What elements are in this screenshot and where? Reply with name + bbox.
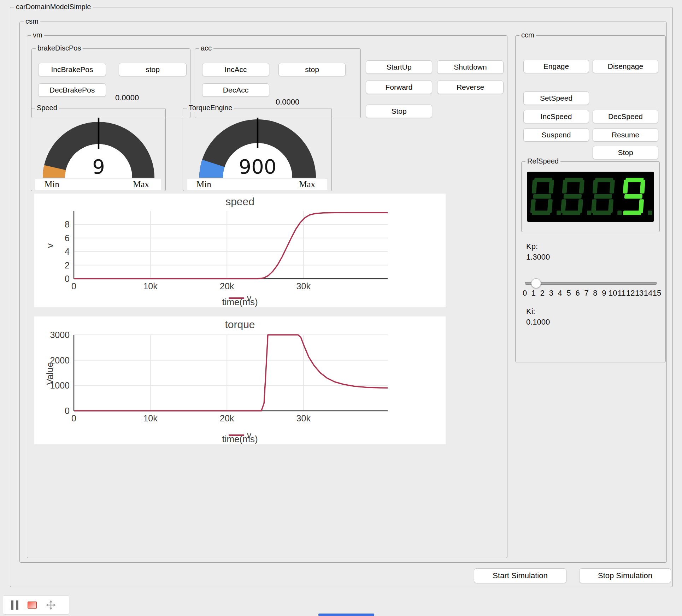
refspeed-label: RefSpeed	[525, 157, 560, 165]
setspeed-button[interactable]: SetSpeed	[523, 91, 589, 105]
inc-acc-button[interactable]: IncAcc	[202, 63, 269, 76]
svg-text:20k: 20k	[220, 413, 234, 423]
vm-label: vm	[31, 31, 44, 39]
svg-text:30k: 30k	[296, 413, 311, 423]
svg-text:30k: 30k	[296, 281, 311, 291]
svg-text:0: 0	[65, 406, 70, 416]
group-ccm: ccm Engage Disengage SetSpeed IncSpeed D…	[515, 35, 666, 362]
ki-label: Ki:	[526, 307, 535, 316]
brake-stop-button[interactable]: stop	[119, 63, 187, 76]
dec-acc-button[interactable]: DecAcc	[202, 83, 269, 97]
group-vm: vm brakeDiscPos IncBrakePos stop DecBrak…	[27, 35, 507, 558]
slider-tick-label: 11	[618, 289, 626, 298]
svg-text:0: 0	[65, 274, 70, 284]
group-torque-gauge: TorqueEngine 900 Min Max	[183, 108, 332, 191]
window-title: carDomainModelSimple	[14, 3, 93, 11]
torque-chart-plot: 0100020003000010k20k30k	[34, 316, 446, 424]
move-icon[interactable]	[46, 600, 56, 610]
bottom-toolbar	[3, 596, 69, 615]
kp-slider-handle[interactable]	[531, 278, 541, 288]
slider-tick-label: 8	[593, 289, 597, 298]
refspeed-display	[527, 172, 654, 222]
slider-tick-label: 0	[523, 289, 527, 298]
start-simulation-button[interactable]: Start Simulation	[474, 568, 566, 583]
slider-tick-label: 4	[558, 289, 562, 298]
ki-value: 0.1000	[526, 318, 550, 327]
group-speed-gauge: Speed 9 Min Max	[31, 108, 166, 191]
speed-gauge-dial: 9	[31, 118, 166, 178]
resume-button[interactable]: Resume	[593, 128, 658, 142]
brake-label: brakeDiscPos	[36, 44, 83, 52]
group-csm: csm vm brakeDiscPos IncBrakePos stop Dec…	[19, 22, 667, 563]
startup-button[interactable]: StartUp	[366, 60, 432, 74]
svg-text:900: 900	[239, 155, 277, 178]
torque-gauge-label: TorqueEngine	[187, 104, 234, 112]
speed-chart-plot: 02468010k20k30k	[34, 194, 446, 291]
torque-gauge-min-label: Min	[196, 179, 211, 189]
slider-tick-label: 13	[635, 289, 643, 298]
slider-tick-label: 1	[531, 289, 536, 298]
csm-label: csm	[24, 17, 40, 25]
disengage-button[interactable]: Disengage	[593, 60, 658, 73]
ccm-label: ccm	[519, 31, 536, 39]
slider-tick-label: 2	[540, 289, 545, 298]
decspeed-button[interactable]: DecSpeed	[593, 110, 658, 123]
slider-tick-label: 12	[626, 289, 635, 298]
svg-text:20k: 20k	[220, 281, 234, 291]
speed-gauge-max-label: Max	[133, 179, 149, 189]
stop-simulation-button[interactable]: Stop Simulation	[579, 568, 671, 583]
torque-gauge-max-label: Max	[299, 179, 315, 189]
svg-text:0: 0	[71, 413, 76, 423]
svg-text:10k: 10k	[143, 413, 158, 423]
torque-chart-panel: torque Value 0100020003000010k20k30k v t…	[34, 316, 446, 444]
kp-slider-ticks: 0123456789101112131415	[525, 289, 657, 298]
svg-text:1000: 1000	[50, 380, 70, 390]
record-icon[interactable]	[28, 602, 37, 609]
kp-value: 1.3000	[526, 253, 550, 262]
kp-label: Kp:	[526, 242, 538, 251]
slider-tick-label: 14	[644, 289, 652, 298]
acc-stop-button[interactable]: stop	[278, 63, 346, 76]
svg-text:2000: 2000	[50, 355, 70, 365]
torque-chart-xlabel: time(ms)	[34, 434, 446, 445]
kp-slider[interactable]	[525, 278, 657, 289]
speed-chart-xlabel: time(ms)	[34, 297, 446, 308]
svg-text:9: 9	[92, 155, 105, 178]
ccm-stop-button[interactable]: Stop	[593, 146, 658, 159]
svg-text:3000: 3000	[50, 330, 70, 340]
slider-tick-label: 6	[575, 289, 580, 298]
brake-pos-value: 0.0000	[115, 93, 139, 102]
reverse-button[interactable]: Reverse	[437, 81, 504, 94]
torque-gauge-scale-strip: Min Max	[187, 179, 327, 190]
pause-icon[interactable]	[11, 600, 18, 610]
torque-gauge-dial: 900	[183, 118, 332, 178]
dock-accent	[318, 614, 374, 616]
svg-text:10k: 10k	[143, 281, 158, 291]
inc-brake-pos-button[interactable]: IncBrakePos	[38, 63, 106, 76]
acc-label: acc	[199, 44, 213, 52]
forward-button[interactable]: Forward	[366, 81, 432, 94]
speed-gauge-label: Speed	[35, 104, 59, 112]
engage-button[interactable]: Engage	[523, 60, 589, 73]
vm-stop-button[interactable]: Stop	[366, 105, 432, 118]
incspeed-button[interactable]: IncSpeed	[523, 110, 589, 123]
slider-tick-label: 9	[602, 289, 606, 298]
group-refspeed: RefSpeed	[521, 161, 660, 232]
acc-value: 0.0000	[276, 97, 299, 107]
dec-brake-pos-button[interactable]: DecBrakePos	[38, 83, 106, 97]
svg-text:2: 2	[65, 260, 70, 270]
speed-gauge-scale-strip: Min Max	[35, 179, 161, 190]
shutdown-button[interactable]: Shutdown	[437, 60, 504, 74]
speed-gauge-min-label: Min	[45, 179, 59, 189]
svg-text:4: 4	[65, 247, 70, 256]
svg-text:6: 6	[65, 233, 70, 243]
suspend-button[interactable]: Suspend	[523, 128, 589, 142]
speed-chart-panel: speed v 02468010k20k30k v time(ms)	[34, 194, 446, 307]
slider-tick-label: 3	[549, 289, 553, 298]
slider-tick-label: 15	[653, 289, 661, 298]
slider-tick-label: 7	[584, 289, 588, 298]
svg-text:0: 0	[71, 281, 76, 291]
slider-tick-label: 10	[608, 289, 617, 298]
kp-slider-groove[interactable]	[525, 282, 657, 285]
group-car-domain-model-simple: carDomainModelSimple csm vm brakeDiscPos…	[10, 7, 673, 587]
